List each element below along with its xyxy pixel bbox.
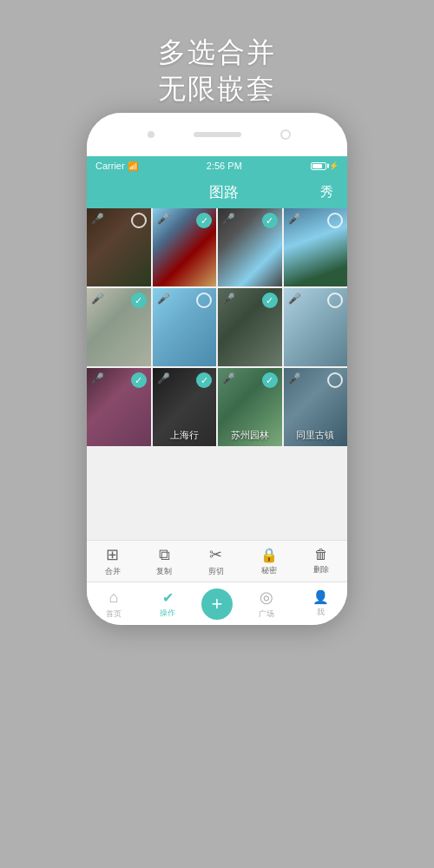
check-icon[interactable] <box>327 372 343 388</box>
plus-button[interactable]: + <box>201 589 233 620</box>
merge-icon: ⊞ <box>106 545 119 564</box>
check-icon[interactable]: ✓ <box>196 213 212 228</box>
toolbar-item-copy[interactable]: ⧉ 复制 <box>156 546 172 577</box>
tab-bar: ⌂ 首页 ✔ 操作 + ◎ 广场 👤 我 <box>87 582 347 625</box>
header-line1: 多选合并 <box>158 35 276 71</box>
cut-icon: ✂ <box>209 545 222 564</box>
mic-icon: 🎤 <box>288 293 301 305</box>
operate-label: 操作 <box>160 608 175 619</box>
check-icon[interactable]: ✓ <box>262 372 278 388</box>
tab-item-plus[interactable]: + <box>194 589 240 620</box>
grid-row-2: 🎤 ✓ 🎤 🎤 ✓ 🎤 <box>87 288 347 366</box>
tab-item-operate[interactable]: ✔ 操作 <box>141 589 194 619</box>
bottom-toolbar: ⊞ 合并 ⧉ 复制 ✂ 剪切 🔒 秘密 🗑 删除 <box>87 540 347 582</box>
me-label: 我 <box>317 607 325 618</box>
grid-row-3: 🎤 ✓ 🎤 ✓ 上海行 🎤 ✓ 苏州园林 🎤 同里古镇 <box>87 368 347 446</box>
battery-fill <box>312 164 322 168</box>
home-label: 首页 <box>106 608 122 620</box>
phone-camera <box>148 131 155 138</box>
grid-cell[interactable]: 🎤 ✓ 苏州园林 <box>218 368 282 446</box>
charging-icon: ⚡ <box>329 161 339 170</box>
check-icon[interactable] <box>196 293 212 308</box>
plaza-icon: ◎ <box>260 588 273 607</box>
check-icon[interactable]: ✓ <box>262 213 278 228</box>
home-icon: ⌂ <box>109 589 119 607</box>
grid-cell[interactable]: 🎤 <box>284 208 348 286</box>
grid-cell[interactable]: 🎤 ✓ <box>87 368 151 446</box>
cut-label: 剪切 <box>208 566 224 577</box>
status-left: Carrier 📶 <box>95 161 138 171</box>
mic-icon: 🎤 <box>288 372 301 385</box>
nav-right-button[interactable]: 秀 <box>320 184 333 201</box>
toolbar-item-secret[interactable]: 🔒 秘密 <box>260 547 278 576</box>
merge-label: 合并 <box>105 566 121 577</box>
cell-label: 同里古镇 <box>284 429 348 442</box>
toolbar-item-delete[interactable]: 🗑 删除 <box>313 547 329 575</box>
check-icon[interactable] <box>327 293 343 308</box>
status-right: ⚡ <box>311 161 339 170</box>
grid-content: 🎤 🎤 ✓ 🎤 ✓ 🎤 🎤 <box>87 208 347 540</box>
mic-icon: 🎤 <box>157 213 170 225</box>
mic-icon: 🎤 <box>91 372 104 385</box>
grid-cell[interactable]: 🎤 <box>284 288 348 366</box>
time-label: 2:56 PM <box>207 161 242 171</box>
mic-icon: 🎤 <box>288 213 301 225</box>
nav-title: 图路 <box>127 182 320 202</box>
mic-icon: 🎤 <box>91 293 104 305</box>
page-wrapper: 多选合并 无限嵌套 Carrier 📶 2:56 PM ⚡ <box>0 0 434 868</box>
check-icon[interactable]: ✓ <box>196 372 212 388</box>
plaza-label: 广场 <box>259 608 274 620</box>
operate-icon: ✔ <box>162 589 174 606</box>
carrier-label: Carrier <box>95 161 125 171</box>
grid-cell[interactable]: 🎤 ✓ 上海行 <box>153 368 217 446</box>
cell-label: 苏州园林 <box>218 429 282 442</box>
copy-label: 复制 <box>156 566 172 577</box>
grid-cell[interactable]: 🎤 ✓ <box>87 288 151 366</box>
mic-icon: 🎤 <box>222 372 235 385</box>
check-icon[interactable] <box>131 213 147 228</box>
grid-cell[interactable]: 🎤 <box>153 288 217 366</box>
secret-icon: 🔒 <box>260 547 278 563</box>
mic-icon: 🎤 <box>91 213 104 225</box>
wifi-icon: 📶 <box>128 161 138 171</box>
phone-frame: Carrier 📶 2:56 PM ⚡ 图路 秀 🎤 <box>87 113 347 625</box>
grid-cell[interactable]: 🎤 <box>87 208 151 286</box>
check-icon[interactable]: ✓ <box>131 293 147 308</box>
phone-button <box>280 129 291 140</box>
check-icon[interactable]: ✓ <box>262 293 278 308</box>
check-icon[interactable] <box>327 213 343 228</box>
grid-cell[interactable]: 🎤 ✓ <box>218 288 282 366</box>
cell-label: 上海行 <box>153 429 217 442</box>
tab-item-me[interactable]: 👤 我 <box>293 589 347 618</box>
toolbar-item-cut[interactable]: ✂ 剪切 <box>208 545 224 577</box>
secret-label: 秘密 <box>261 565 277 576</box>
grid-cell[interactable]: 🎤 同里古镇 <box>284 368 348 446</box>
battery-icon <box>311 162 326 170</box>
tab-item-plaza[interactable]: ◎ 广场 <box>240 588 293 620</box>
grid-row-1: 🎤 🎤 ✓ 🎤 ✓ 🎤 <box>87 208 347 286</box>
nav-bar: 图路 秀 <box>87 175 347 208</box>
status-bar: Carrier 📶 2:56 PM ⚡ <box>87 156 347 175</box>
delete-label: 删除 <box>313 564 329 575</box>
header-line2: 无限嵌套 <box>158 71 276 108</box>
mic-icon: 🎤 <box>157 293 170 305</box>
phone-top-bar <box>87 113 347 156</box>
phone-speaker <box>194 132 241 137</box>
check-icon[interactable]: ✓ <box>131 372 147 388</box>
me-icon: 👤 <box>312 589 329 605</box>
copy-icon: ⧉ <box>159 546 170 564</box>
tab-item-home[interactable]: ⌂ 首页 <box>87 589 141 620</box>
mic-icon: 🎤 <box>222 293 235 305</box>
mic-icon: 🎤 <box>157 372 170 385</box>
grid-cell[interactable]: 🎤 ✓ <box>153 208 217 286</box>
toolbar-item-merge[interactable]: ⊞ 合并 <box>105 545 121 577</box>
header-text: 多选合并 无限嵌套 <box>158 35 276 107</box>
mic-icon: 🎤 <box>222 213 235 225</box>
grid-cell[interactable]: 🎤 ✓ <box>218 208 282 286</box>
delete-icon: 🗑 <box>314 547 328 562</box>
